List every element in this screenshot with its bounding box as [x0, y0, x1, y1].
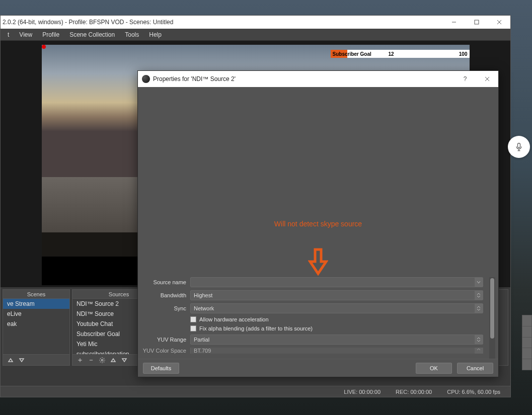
microphone-fab[interactable]	[508, 136, 530, 158]
yuv-colorspace-value: BT.709	[194, 348, 211, 354]
yuv-colorspace-select[interactable]: BT.709	[190, 348, 483, 354]
control-button[interactable]	[522, 315, 532, 326]
obs-icon	[142, 75, 150, 83]
properties-dialog: Properties for 'NDI™ Source 2' ? Will no…	[137, 70, 499, 377]
fix-alpha-checkbox-row[interactable]: Fix alpha blending (adds a filter to thi…	[190, 325, 483, 331]
dialog-form: Source name Bandwidth Highest	[138, 277, 498, 359]
allow-hw-label: Allow hardware acceleration	[199, 316, 269, 322]
control-button[interactable]	[522, 348, 532, 359]
status-cpu: CPU: 6.6%, 60.00 fps	[447, 389, 500, 395]
sync-value: Network	[194, 305, 214, 311]
window-controls	[442, 16, 510, 29]
move-up-icon[interactable]	[109, 356, 118, 365]
scenes-toolbar	[3, 354, 69, 365]
control-button[interactable]	[522, 359, 532, 370]
scene-item[interactable]: ve Stream	[3, 299, 69, 309]
menu-scene-collection[interactable]: Scene Collection	[64, 29, 120, 40]
dialog-title: Properties for 'NDI™ Source 2'	[153, 75, 236, 82]
checkbox-icon[interactable]	[190, 316, 196, 322]
goal-label: Subscriber Goal	[331, 51, 371, 57]
svg-rect-7	[518, 143, 520, 148]
menu-view[interactable]: View	[14, 29, 37, 40]
spinner-icon	[475, 291, 483, 300]
scenes-panel: Scenes ve Stream eLive eak	[3, 289, 70, 366]
statusbar: LIVE: 00:00:00 REC: 00:00:00 CPU: 6.6%, …	[1, 386, 510, 397]
maximize-button[interactable]	[465, 16, 488, 29]
dialog-help-button[interactable]: ?	[454, 71, 476, 87]
chevron-down-icon	[475, 278, 483, 287]
move-down-icon[interactable]	[120, 356, 129, 365]
bandwidth-select[interactable]: Highest	[190, 290, 483, 300]
yuv-range-label: YUV Range	[141, 337, 186, 343]
scrollbar-thumb[interactable]	[490, 278, 494, 339]
annotation-text: Will not detect skype source	[140, 220, 496, 228]
fix-alpha-label: Fix alpha blending (adds a filter to thi…	[199, 325, 313, 331]
source-name-select[interactable]	[190, 277, 483, 287]
close-button[interactable]	[488, 16, 510, 29]
move-down-icon[interactable]	[17, 356, 26, 365]
yuv-range-select[interactable]: Partial	[190, 335, 483, 345]
sync-label: Sync	[141, 305, 186, 311]
scene-item[interactable]: eak	[3, 319, 69, 329]
goal-max-value: 100	[459, 51, 468, 57]
menu-profile[interactable]: Profile	[37, 29, 64, 40]
menu-tools[interactable]: Tools	[120, 29, 144, 40]
status-live: LIVE: 00:00:00	[344, 389, 381, 395]
spinner-icon	[475, 335, 483, 344]
gear-icon[interactable]	[98, 356, 107, 365]
red-marker-icon	[42, 45, 46, 49]
yuv-colorspace-label: YUV Color Space	[141, 348, 186, 354]
scenes-list[interactable]: ve Stream eLive eak	[3, 299, 69, 354]
scenes-panel-title: Scenes	[3, 290, 69, 299]
status-rec: REC: 00:00:00	[396, 389, 432, 395]
annotation-arrow-icon	[308, 247, 328, 277]
window-title: 2.0.2 (64-bit, windows) - Profile: BFSPN…	[3, 19, 173, 26]
bandwidth-value: Highest	[194, 292, 212, 298]
menu-help[interactable]: Help	[144, 29, 167, 40]
dialog-close-button[interactable]	[476, 71, 498, 87]
menu-edit[interactable]: t	[3, 29, 14, 40]
svg-point-4	[101, 359, 103, 361]
dialog-titlebar: Properties for 'NDI™ Source 2' ?	[138, 71, 498, 87]
allow-hw-checkbox-row[interactable]: Allow hardware acceleration	[190, 316, 483, 322]
yuv-range-value: Partial	[194, 337, 209, 343]
remove-icon[interactable]: －	[87, 356, 96, 365]
source-name-label: Source name	[141, 279, 186, 285]
minimize-button[interactable]	[442, 16, 465, 29]
dialog-scrollbar[interactable]	[489, 277, 495, 359]
move-up-icon[interactable]	[6, 356, 15, 365]
dialog-button-row: Defaults OK Cancel	[138, 359, 498, 377]
controls-panel-edge	[522, 315, 532, 370]
sync-select[interactable]: Network	[190, 303, 483, 313]
checkbox-icon[interactable]	[190, 325, 196, 331]
menubar: t View Profile Scene Collection Tools He…	[1, 29, 510, 41]
spinner-icon	[475, 348, 483, 354]
microphone-icon	[514, 142, 524, 152]
dialog-preview: Will not detect skype source	[140, 89, 496, 275]
cancel-button[interactable]: Cancel	[457, 363, 493, 374]
control-button[interactable]	[522, 326, 532, 337]
scene-item[interactable]: eLive	[3, 309, 69, 319]
defaults-button[interactable]: Defaults	[143, 363, 179, 374]
bandwidth-label: Bandwidth	[141, 292, 186, 298]
control-button[interactable]	[522, 337, 532, 348]
goal-current-value: 12	[388, 51, 394, 57]
subscriber-goal-widget: Subscriber Goal 12 100	[331, 50, 470, 58]
ok-button[interactable]: OK	[416, 363, 452, 374]
window-titlebar: 2.0.2 (64-bit, windows) - Profile: BFSPN…	[1, 16, 510, 29]
spinner-icon	[475, 304, 483, 313]
add-icon[interactable]: ＋	[75, 356, 85, 365]
svg-rect-1	[475, 20, 479, 24]
